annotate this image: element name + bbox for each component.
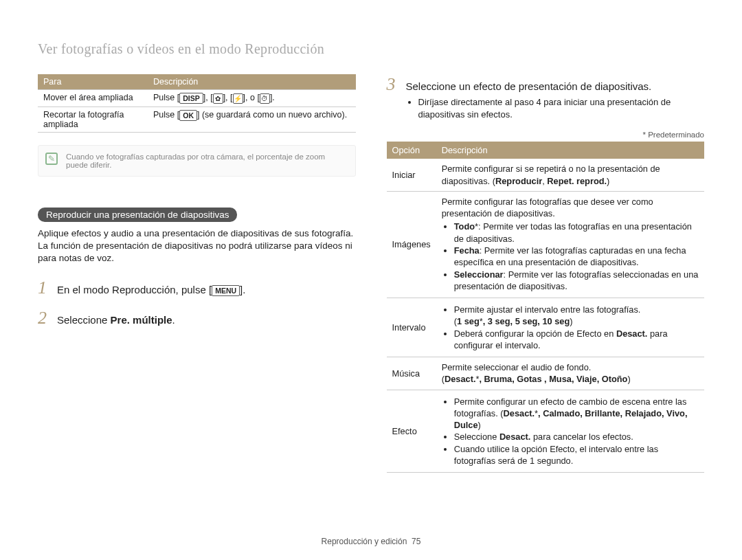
text: ) <box>627 374 630 384</box>
timer-icon: ⏱ <box>260 93 270 104</box>
opt-desc: Permite seleccionar el audio de fondo. (… <box>436 357 704 390</box>
text: Permite seleccionar el audio de fondo. <box>442 362 592 372</box>
list-item: Diríjase directamente al paso 4 para ini… <box>418 96 705 121</box>
text: ], o [ <box>243 93 260 102</box>
text: : Permite ver las fotografías capturadas… <box>454 245 686 267</box>
text: ], [ <box>223 93 233 102</box>
text: : Permite ver todas las fotografías en u… <box>454 221 692 243</box>
table-row: Iniciar Permite configurar si se repetir… <box>387 159 705 191</box>
table-row: Imágenes Permite configurar las fotograf… <box>387 191 705 298</box>
list-item: Cuando utilice la opción Efecto, el inte… <box>454 443 699 467</box>
bold: Desact. <box>445 374 476 384</box>
footer-text: Reproducción y edición <box>322 537 407 546</box>
menu-key-icon: MENU <box>212 285 240 296</box>
list-item: Permite ajustar el intervalo entre las f… <box>454 304 699 328</box>
step-number: 1 <box>38 278 50 298</box>
bold: Desact. <box>616 328 648 339</box>
cell-desc: Pulse [OK] (se guardará como un nuevo ar… <box>148 107 356 133</box>
section-body: Aplique efectos y audio a una presentaci… <box>38 227 356 265</box>
bold: , 3 seg, 5 seg, 10 seg <box>483 316 570 326</box>
opt-name: Imágenes <box>387 191 436 298</box>
table-row: Música Permite seleccionar el audio de f… <box>387 357 705 390</box>
list-item: Seleccionar: Permite ver las fotografías… <box>454 269 699 293</box>
text: Pulse [ <box>153 93 179 102</box>
table-row: Intervalo Permite ajustar el intervalo e… <box>387 298 705 357</box>
macro-icon: ✿ <box>213 93 223 104</box>
th-para: Para <box>38 74 148 90</box>
step-text: Seleccione un efecto de presentación de … <box>406 79 705 121</box>
options-table: Opción Descripción Iniciar Permite confi… <box>387 142 705 473</box>
text: ], [ <box>203 93 213 102</box>
text: Seleccione <box>57 314 111 326</box>
bold: Seleccionar <box>454 269 504 280</box>
opt-name: Iniciar <box>387 159 436 191</box>
text: Permite ajustar el intervalo entre las f… <box>454 304 641 315</box>
step-3: 3 Seleccione un efecto de presentación d… <box>387 74 705 121</box>
text: Pulse [ <box>153 110 179 120</box>
page-number: 75 <box>412 537 420 546</box>
default-note: * Predeterminado <box>387 131 705 139</box>
step-sub: Diríjase directamente al paso 4 para ini… <box>406 96 705 121</box>
opt-name: Intervalo <box>387 298 436 357</box>
text: ) <box>607 176 609 186</box>
note-text: Cuando ve fotografías capturadas por otr… <box>66 153 325 169</box>
step-1: 1 En el modo Reproducción, pulse [MENU]. <box>38 278 356 298</box>
bold: , Bruma, Gotas , Musa, Viaje, Otoño <box>479 374 627 384</box>
text: ]. <box>240 284 245 295</box>
action-table: Para Descripción Mover el área ampliada … <box>38 74 356 133</box>
bold: Reproducir <box>495 176 542 186</box>
ok-key-icon: OK <box>179 110 197 121</box>
text: Permite configurar las fotografías que d… <box>442 196 699 220</box>
bold: Repet. reprod. <box>547 176 607 186</box>
bold: Desact. <box>504 408 535 418</box>
table-row: Mover el área ampliada Pulse [DISP], [✿]… <box>38 90 356 107</box>
footer: Reproducción y edición 75 <box>0 537 742 546</box>
text: En el modo Reproducción, pulse [ <box>57 284 212 295</box>
bold: Desact. <box>499 432 531 442</box>
disp-key-icon: DISP <box>179 93 203 104</box>
bold: Fecha <box>454 245 480 256</box>
right-column: 3 Seleccione un efecto de presentación d… <box>387 74 705 473</box>
note-icon: ✎ <box>45 153 58 165</box>
list-item: Fecha: Permite ver las fotografías captu… <box>454 245 699 269</box>
bold: Todo <box>454 221 475 232</box>
step-number: 2 <box>38 308 50 328</box>
th-desc: Descripción <box>436 142 704 159</box>
cell-para: Mover el área ampliada <box>38 90 148 107</box>
text: ]. <box>270 93 275 102</box>
section-pill: Reproducir una presentación de diapositi… <box>38 208 237 222</box>
cell-desc: Pulse [DISP], [✿], [⚡], o [⏱]. <box>148 90 356 107</box>
left-column: Para Descripción Mover el área ampliada … <box>38 74 356 473</box>
th-option: Opción <box>387 142 436 159</box>
opt-desc: Permite configurar las fotografías que d… <box>436 191 704 298</box>
note-box: ✎ Cuando ve fotografías capturadas por o… <box>38 145 356 177</box>
page-title: Ver fotografías o vídeos en el modo Repr… <box>38 41 704 57</box>
list-item: Permite configurar un efecto de cambio d… <box>454 396 699 432</box>
opt-name: Efecto <box>387 390 436 473</box>
bold: 1 seg <box>457 316 480 326</box>
step-2: 2 Seleccione Pre. múltiple. <box>38 308 356 328</box>
opt-desc: Permite configurar si se repetirá o no l… <box>436 159 704 191</box>
opt-desc: Permite ajustar el intervalo entre las f… <box>436 298 704 357</box>
text: Deberá configurar la opción de Efecto en <box>454 328 616 339</box>
list-item: Deberá configurar la opción de Efecto en… <box>454 328 699 352</box>
step-number: 3 <box>387 74 399 95</box>
text: Seleccione <box>454 432 499 442</box>
list-item: Todo*: Permite ver todas las fotografías… <box>454 221 699 245</box>
text: para cancelar los efectos. <box>530 432 633 442</box>
step-text: En el modo Reproducción, pulse [MENU]. <box>57 282 356 297</box>
text: ] (se guardará como un nuevo archivo). <box>197 110 347 120</box>
text: ) <box>478 420 481 430</box>
text: Seleccione un efecto de presentación de … <box>406 80 652 92</box>
opt-name: Música <box>387 357 436 390</box>
text: . <box>172 314 175 326</box>
bold: Pre. múltiple <box>111 314 172 326</box>
th-desc: Descripción <box>148 74 356 90</box>
table-row: Efecto Permite configurar un efecto de c… <box>387 390 705 473</box>
cell-para: Recortar la fotografía ampliada <box>38 107 148 133</box>
text: ) <box>570 316 572 326</box>
step-text: Seleccione Pre. múltiple. <box>57 313 356 327</box>
opt-desc: Permite configurar un efecto de cambio d… <box>436 390 704 473</box>
flash-icon: ⚡ <box>233 93 243 104</box>
list-item: Seleccione Desact. para cancelar los efe… <box>454 431 699 443</box>
